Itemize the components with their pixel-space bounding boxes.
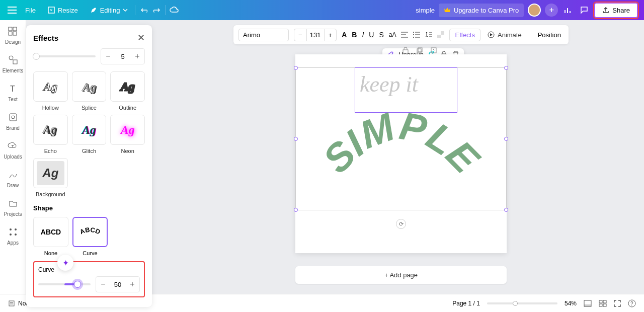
curve-slider[interactable] bbox=[38, 283, 91, 285]
svg-rect-32 bbox=[603, 300, 606, 303]
case-button[interactable]: aA bbox=[389, 29, 396, 41]
effects-panel: Effects ✕ − + AgHollow AgSplice AgOutlin… bbox=[26, 25, 152, 307]
comment-icon[interactable] bbox=[578, 4, 590, 16]
font-size-value[interactable] bbox=[306, 29, 325, 41]
svg-rect-4 bbox=[13, 32, 17, 35]
undo-button[interactable] bbox=[137, 4, 149, 16]
redo-button[interactable] bbox=[151, 4, 164, 16]
effect-echo[interactable]: AgEcho bbox=[33, 115, 68, 154]
document-title[interactable]: simple bbox=[416, 7, 435, 14]
text-simple[interactable]: SIMPLE bbox=[315, 105, 487, 215]
list-button[interactable] bbox=[413, 29, 420, 41]
animate-icon bbox=[488, 31, 495, 38]
top-bar: File Resize Editing simple Upgrade to Ca… bbox=[0, 0, 644, 20]
transparency-button[interactable] bbox=[437, 29, 444, 41]
font-size-increment[interactable]: + bbox=[325, 29, 337, 41]
rail-apps[interactable]: Apps bbox=[7, 226, 19, 246]
shape-curve[interactable]: ABCDCurve bbox=[72, 217, 108, 256]
effect-hollow[interactable]: AgHollow bbox=[33, 71, 68, 111]
page-indicator: Page 1 / 1 bbox=[452, 300, 480, 307]
page-duplicate-icon[interactable] bbox=[415, 45, 425, 55]
user-avatar[interactable] bbox=[528, 4, 541, 17]
add-page-button[interactable]: + Add page bbox=[295, 266, 507, 284]
close-panel-button[interactable]: ✕ bbox=[137, 32, 145, 43]
rail-text[interactable]: TText bbox=[7, 83, 19, 102]
context-toolbar: − + A B I U S aA Effects Animate Positio… bbox=[233, 25, 569, 44]
editing-dropdown[interactable]: Editing bbox=[85, 4, 133, 17]
svg-point-13 bbox=[15, 233, 17, 236]
svg-point-5 bbox=[9, 56, 13, 60]
resize-button[interactable]: Resize bbox=[43, 4, 83, 17]
spacing-button[interactable] bbox=[425, 29, 432, 41]
rail-projects[interactable]: Projects bbox=[4, 197, 22, 217]
effects-button[interactable]: Effects bbox=[449, 29, 480, 41]
effect-outline[interactable]: AgOutline bbox=[110, 71, 145, 111]
intensity-increment[interactable]: + bbox=[130, 49, 144, 64]
share-button[interactable]: Share bbox=[594, 3, 638, 18]
svg-text:SIMPLE: SIMPLE bbox=[315, 105, 487, 182]
svg-rect-1 bbox=[9, 27, 12, 31]
rail-elements[interactable]: Elements bbox=[3, 54, 24, 73]
text-color-button[interactable]: A bbox=[342, 29, 347, 41]
italic-button[interactable]: I bbox=[362, 29, 364, 41]
help-icon[interactable]: ? bbox=[628, 299, 636, 307]
zoom-slider[interactable] bbox=[487, 302, 557, 304]
effect-background[interactable]: AgBackground bbox=[33, 158, 68, 197]
view-grid-icon[interactable] bbox=[599, 300, 607, 307]
effect-neon[interactable]: AgNeon bbox=[110, 115, 145, 154]
rail-draw[interactable]: Draw bbox=[7, 169, 19, 188]
svg-point-9 bbox=[12, 116, 15, 119]
bold-button[interactable]: B bbox=[352, 29, 357, 41]
fullscreen-icon[interactable] bbox=[614, 300, 621, 307]
intensity-slider[interactable] bbox=[33, 55, 96, 57]
animate-button[interactable]: Animate bbox=[486, 29, 524, 41]
left-rail: Design Elements TText Brand Uploads Draw… bbox=[0, 20, 26, 294]
curve-decrement[interactable]: − bbox=[96, 277, 110, 292]
cloud-sync-icon[interactable] bbox=[168, 4, 180, 16]
add-member-button[interactable]: + bbox=[545, 4, 558, 17]
hamburger-icon[interactable] bbox=[6, 4, 18, 16]
svg-rect-26 bbox=[431, 48, 436, 53]
intensity-value[interactable] bbox=[115, 53, 130, 60]
rail-brand[interactable]: Brand bbox=[6, 111, 20, 131]
curve-value[interactable] bbox=[110, 281, 125, 288]
intensity-decrement[interactable]: − bbox=[101, 49, 115, 64]
page-expand-icon[interactable] bbox=[429, 45, 439, 55]
svg-point-12 bbox=[10, 233, 12, 236]
position-button[interactable]: Position bbox=[534, 29, 565, 41]
insights-icon[interactable] bbox=[562, 4, 574, 16]
curve-label: Curve bbox=[38, 266, 140, 273]
curve-increment[interactable]: + bbox=[125, 277, 139, 292]
font-size-control[interactable]: − + bbox=[294, 29, 337, 41]
shape-none[interactable]: ABCDNone bbox=[33, 217, 68, 256]
text-keep-it[interactable]: keep it bbox=[360, 71, 418, 97]
curve-stepper[interactable]: − + bbox=[96, 276, 140, 292]
view-thumbnail-icon[interactable] bbox=[584, 300, 592, 307]
font-size-decrement[interactable]: − bbox=[294, 29, 306, 41]
align-button[interactable] bbox=[401, 29, 408, 41]
svg-rect-20 bbox=[441, 35, 444, 38]
page-lock-icon[interactable] bbox=[400, 45, 411, 55]
underline-button[interactable]: U bbox=[369, 29, 374, 41]
file-menu[interactable]: File bbox=[20, 4, 41, 17]
resize-icon bbox=[48, 7, 55, 14]
canvas-page[interactable]: ⟳ keep it SIMPLE bbox=[295, 54, 507, 253]
font-select[interactable] bbox=[238, 29, 289, 41]
shape-section-title: Shape bbox=[33, 204, 145, 212]
svg-rect-34 bbox=[603, 304, 606, 306]
strikethrough-button[interactable]: S bbox=[379, 29, 383, 41]
rail-uploads[interactable]: Uploads bbox=[4, 140, 22, 160]
intensity-stepper[interactable]: − + bbox=[101, 48, 145, 64]
effect-glitch[interactable]: AgGlitch bbox=[72, 115, 107, 154]
upgrade-button[interactable]: Upgrade to Canva Pro bbox=[439, 4, 524, 17]
effect-splice[interactable]: AgSplice bbox=[72, 71, 107, 111]
chevron-down-icon bbox=[123, 9, 128, 12]
rotate-handle[interactable]: ⟳ bbox=[396, 219, 406, 229]
magic-button[interactable]: ✦ bbox=[57, 255, 73, 271]
curve-control-box: Curve − + bbox=[33, 261, 145, 297]
svg-rect-6 bbox=[13, 60, 17, 64]
rail-design[interactable]: Design bbox=[5, 25, 21, 45]
svg-text:?: ? bbox=[630, 301, 633, 306]
panel-title: Effects bbox=[33, 34, 58, 42]
page-actions bbox=[400, 45, 439, 55]
